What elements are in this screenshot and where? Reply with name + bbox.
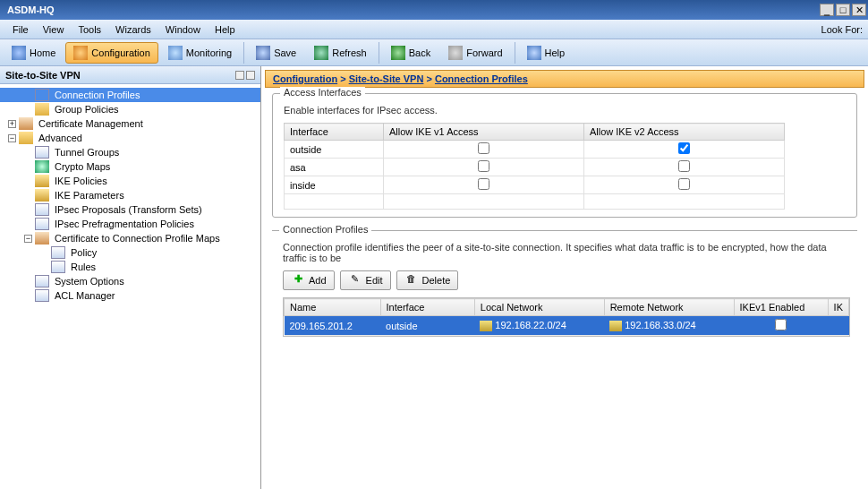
menu-file[interactable]: File xyxy=(5,22,36,37)
tree-item-label: IKE Parameters xyxy=(53,189,126,202)
tree-item[interactable]: Rules xyxy=(0,260,260,274)
tree-item[interactable]: IKE Parameters xyxy=(0,188,260,202)
menubar: File View Tools Wizards Window Help Look… xyxy=(0,20,868,39)
tree-item[interactable]: Crypto Maps xyxy=(0,159,260,174)
menu-wizards[interactable]: Wizards xyxy=(108,22,158,37)
tree-item[interactable]: −Advanced xyxy=(0,131,260,145)
menu-tools[interactable]: Tools xyxy=(71,22,108,37)
toolbar-separator xyxy=(515,42,515,64)
delete-button[interactable]: 🗑Delete xyxy=(396,270,459,290)
tree-node-icon xyxy=(51,261,65,273)
back-icon xyxy=(391,46,405,60)
col-ike-v2[interactable]: Allow IKE v2 Access xyxy=(583,124,784,141)
cell-interface: asa xyxy=(285,159,384,176)
content-area: Configuration > Site-to-Site VPN > Conne… xyxy=(261,66,868,489)
tree-item[interactable]: ACL Manager xyxy=(0,288,260,303)
save-button[interactable]: Save xyxy=(248,42,304,64)
cell-local-network: 192.168.22.0/24 xyxy=(474,316,604,336)
profile-row[interactable]: 209.165.201.2outside192.168.22.0/24192.1… xyxy=(285,316,849,336)
access-interfaces-hint: Enable interfaces for IPsec access. xyxy=(284,105,849,116)
toolbar-separator xyxy=(379,42,379,64)
refresh-icon xyxy=(314,46,328,60)
menu-window[interactable]: Window xyxy=(158,22,208,37)
add-button[interactable]: ✚Add xyxy=(283,270,335,290)
col-remote-network[interactable]: Remote Network xyxy=(604,299,734,316)
tree-node-icon xyxy=(35,89,49,101)
connection-profiles-hint: Connection profile identifies the peer o… xyxy=(283,242,850,263)
interfaces-table: Interface Allow IKE v1 Access Allow IKE … xyxy=(284,123,785,210)
interface-row[interactable]: outside xyxy=(285,141,785,159)
ike-v2-checkbox[interactable] xyxy=(678,142,690,154)
profiles-grid: Name Interface Local Network Remote Netw… xyxy=(284,298,849,336)
tree-item-label: IPsec Prefragmentation Policies xyxy=(53,218,196,230)
tree-item[interactable]: Tunnel Groups xyxy=(0,145,260,159)
minimize-button[interactable]: ‗ xyxy=(820,4,834,16)
monitoring-button[interactable]: Monitoring xyxy=(160,42,240,64)
panel-float-button[interactable] xyxy=(235,71,244,80)
tree-item-label: System Options xyxy=(53,275,126,287)
tree-item[interactable]: Group Policies xyxy=(0,102,260,116)
tree-toggle-icon[interactable]: − xyxy=(8,134,16,142)
ike-v2-checkbox[interactable] xyxy=(678,178,690,190)
sidebar-header: Site-to-Site VPN xyxy=(0,66,260,84)
breadcrumb-site-to-site-vpn[interactable]: Site-to-Site VPN xyxy=(349,73,424,84)
col-ikev1-enabled[interactable]: IKEv1 Enabled xyxy=(734,299,828,316)
panel-close-button[interactable] xyxy=(246,71,255,80)
ike-v1-checkbox[interactable] xyxy=(478,142,489,154)
menu-help[interactable]: Help xyxy=(208,22,243,37)
configuration-button[interactable]: Configuration xyxy=(65,42,157,64)
interface-row[interactable]: asa xyxy=(285,159,785,176)
gear-icon xyxy=(73,46,88,60)
col-name[interactable]: Name xyxy=(285,299,381,316)
sidebar-title: Site-to-Site VPN xyxy=(5,70,81,81)
close-button[interactable]: ✕ xyxy=(852,4,866,16)
col-interface[interactable]: Interface xyxy=(380,299,474,316)
plus-icon: ✚ xyxy=(291,273,305,287)
ike-v1-checkbox[interactable] xyxy=(478,160,489,172)
tree-item[interactable]: IKE Policies xyxy=(0,174,260,188)
profiles-grid-wrap: Name Interface Local Network Remote Netw… xyxy=(283,297,850,337)
tree-item[interactable]: System Options xyxy=(0,274,260,288)
ike-v2-checkbox[interactable] xyxy=(678,160,690,172)
tree-node-icon xyxy=(35,160,49,173)
network-icon xyxy=(480,321,492,331)
back-button[interactable]: Back xyxy=(383,42,438,64)
col-interface[interactable]: Interface xyxy=(285,124,384,141)
home-button[interactable]: Home xyxy=(4,42,64,64)
monitor-icon xyxy=(168,46,183,60)
refresh-button[interactable]: Refresh xyxy=(306,42,375,64)
col-local-network[interactable]: Local Network xyxy=(474,299,604,316)
tree-item[interactable]: IPsec Proposals (Transform Sets) xyxy=(0,202,260,217)
tree-item-label: IKE Policies xyxy=(53,175,109,187)
ikev1-checkbox[interactable] xyxy=(775,319,787,330)
help-icon xyxy=(527,46,541,60)
breadcrumb-connection-profiles[interactable]: Connection Profiles xyxy=(435,73,528,84)
help-button[interactable]: Help xyxy=(519,42,574,64)
cell-interface: outside xyxy=(380,316,474,336)
col-ikev2-partial[interactable]: IK xyxy=(828,299,848,316)
tree-item[interactable]: IPsec Prefragmentation Policies xyxy=(0,217,260,231)
tree-toggle-icon[interactable]: + xyxy=(8,120,16,128)
access-interfaces-group: Access Interfaces Enable interfaces for … xyxy=(272,93,857,218)
edit-button[interactable]: ✎Edit xyxy=(340,270,391,290)
menu-view[interactable]: View xyxy=(36,22,72,37)
maximize-button[interactable]: □ xyxy=(836,4,850,16)
tree-node-icon xyxy=(35,232,49,244)
trash-icon: 🗑 xyxy=(404,273,419,287)
tree-item[interactable]: +Certificate Management xyxy=(0,116,260,131)
col-ike-v1[interactable]: Allow IKE v1 Access xyxy=(383,124,583,141)
cell-name: 209.165.201.2 xyxy=(285,316,381,336)
window-titlebar: ASDM-HQ ‗ □ ✕ xyxy=(0,0,868,20)
home-icon xyxy=(12,46,26,60)
breadcrumb-configuration[interactable]: Configuration xyxy=(273,73,337,84)
panel-controls xyxy=(235,71,255,80)
interface-row[interactable]: inside xyxy=(285,176,785,194)
nav-tree[interactable]: Connection ProfilesGroup Policies+Certif… xyxy=(0,84,260,489)
tree-item[interactable]: −Certificate to Connection Profile Maps xyxy=(0,231,260,245)
connection-profiles-legend: Connection Profiles xyxy=(279,224,371,235)
tree-item[interactable]: Policy xyxy=(0,245,260,260)
tree-toggle-icon[interactable]: − xyxy=(24,235,32,243)
ike-v1-checkbox[interactable] xyxy=(478,178,489,190)
tree-item[interactable]: Connection Profiles xyxy=(0,88,260,102)
forward-button[interactable]: Forward xyxy=(440,42,510,64)
